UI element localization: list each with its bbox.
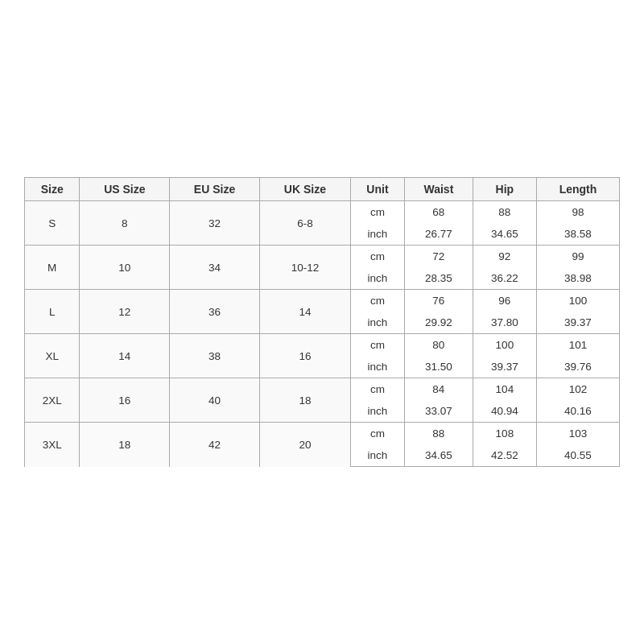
col-header-uk-size: UK Size <box>259 178 350 201</box>
cell-uk: 18 <box>259 378 350 423</box>
table-header-row: Size US Size EU Size UK Size Unit Waist … <box>25 178 620 201</box>
cell-us: 18 <box>80 423 170 467</box>
cell-uk: 20 <box>259 423 350 467</box>
cell-unit-cm: cm <box>350 334 404 357</box>
cell-length-inch: 39.37 <box>536 312 619 334</box>
size-chart-table: Size US Size EU Size UK Size Unit Waist … <box>24 177 620 467</box>
col-header-unit: Unit <box>350 178 404 201</box>
cell-uk: 14 <box>259 290 350 334</box>
col-header-size: Size <box>25 178 80 201</box>
cell-hip-inch: 37.80 <box>473 312 536 334</box>
cell-length-cm: 102 <box>536 378 619 401</box>
cell-length-inch: 38.58 <box>536 223 619 246</box>
cell-length-inch: 40.16 <box>536 400 619 423</box>
col-header-us-size: US Size <box>80 178 170 201</box>
cell-us: 14 <box>80 334 170 378</box>
cell-uk: 6-8 <box>259 201 350 246</box>
cell-us: 12 <box>80 290 170 334</box>
cell-unit-inch: inch <box>350 356 404 378</box>
col-header-waist: Waist <box>404 178 473 201</box>
cell-waist-cm: 68 <box>404 201 473 224</box>
cell-hip-cm: 108 <box>473 423 536 445</box>
cell-hip-cm: 96 <box>473 290 536 312</box>
cell-length-inch: 39.76 <box>536 356 619 378</box>
cell-waist-inch: 31.50 <box>404 356 473 378</box>
cell-waist-inch: 34.65 <box>404 444 473 467</box>
cell-eu: 40 <box>170 378 260 423</box>
col-header-hip: Hip <box>473 178 536 201</box>
cell-waist-cm: 84 <box>404 378 473 401</box>
size-chart-container: Size US Size EU Size UK Size Unit Waist … <box>24 177 620 467</box>
cell-unit-cm: cm <box>350 423 404 445</box>
cell-size: M <box>25 246 80 290</box>
cell-waist-inch: 28.35 <box>404 267 473 290</box>
table-row: 3XL 18 42 20 cm 88 108 103 <box>25 423 620 445</box>
cell-unit-inch: inch <box>350 267 404 290</box>
cell-length-inch: 38.98 <box>536 267 619 290</box>
table-row: S 8 32 6-8 cm 68 88 98 <box>25 201 620 224</box>
cell-hip-cm: 104 <box>473 378 536 401</box>
cell-size: 3XL <box>25 423 80 467</box>
cell-uk: 10-12 <box>259 246 350 290</box>
table-row: 2XL 16 40 18 cm 84 104 102 <box>25 378 620 401</box>
cell-waist-cm: 72 <box>404 246 473 268</box>
cell-size: XL <box>25 334 80 378</box>
cell-eu: 42 <box>170 423 260 467</box>
cell-eu: 38 <box>170 334 260 378</box>
cell-waist-cm: 88 <box>404 423 473 445</box>
cell-uk: 16 <box>259 334 350 378</box>
cell-waist-cm: 80 <box>404 334 473 357</box>
cell-unit-inch: inch <box>350 400 404 423</box>
cell-size: L <box>25 290 80 334</box>
table-row: L 12 36 14 cm 76 96 100 <box>25 290 620 312</box>
cell-unit-cm: cm <box>350 246 404 268</box>
col-header-eu-size: EU Size <box>170 178 260 201</box>
cell-length-cm: 99 <box>536 246 619 268</box>
cell-length-cm: 100 <box>536 290 619 312</box>
cell-us: 16 <box>80 378 170 423</box>
cell-eu: 36 <box>170 290 260 334</box>
cell-waist-cm: 76 <box>404 290 473 312</box>
cell-length-inch: 40.55 <box>536 444 619 467</box>
cell-hip-cm: 100 <box>473 334 536 357</box>
cell-unit-inch: inch <box>350 312 404 334</box>
cell-length-cm: 103 <box>536 423 619 445</box>
cell-hip-cm: 88 <box>473 201 536 224</box>
cell-unit-cm: cm <box>350 290 404 312</box>
cell-unit-cm: cm <box>350 378 404 401</box>
table-row: M 10 34 10-12 cm 72 92 99 <box>25 246 620 268</box>
cell-length-cm: 98 <box>536 201 619 224</box>
cell-unit-inch: inch <box>350 444 404 467</box>
cell-eu: 32 <box>170 201 260 246</box>
col-header-length: Length <box>536 178 619 201</box>
cell-size: S <box>25 201 80 246</box>
cell-hip-cm: 92 <box>473 246 536 268</box>
cell-waist-inch: 29.92 <box>404 312 473 334</box>
cell-unit-cm: cm <box>350 201 404 224</box>
cell-us: 10 <box>80 246 170 290</box>
cell-length-cm: 101 <box>536 334 619 357</box>
cell-us: 8 <box>80 201 170 246</box>
cell-hip-inch: 40.94 <box>473 400 536 423</box>
cell-waist-inch: 26.77 <box>404 223 473 246</box>
cell-hip-inch: 42.52 <box>473 444 536 467</box>
cell-hip-inch: 36.22 <box>473 267 536 290</box>
table-row: XL 14 38 16 cm 80 100 101 <box>25 334 620 357</box>
cell-size: 2XL <box>25 378 80 423</box>
cell-hip-inch: 34.65 <box>473 223 536 246</box>
cell-unit-inch: inch <box>350 223 404 246</box>
cell-hip-inch: 39.37 <box>473 356 536 378</box>
cell-eu: 34 <box>170 246 260 290</box>
cell-waist-inch: 33.07 <box>404 400 473 423</box>
